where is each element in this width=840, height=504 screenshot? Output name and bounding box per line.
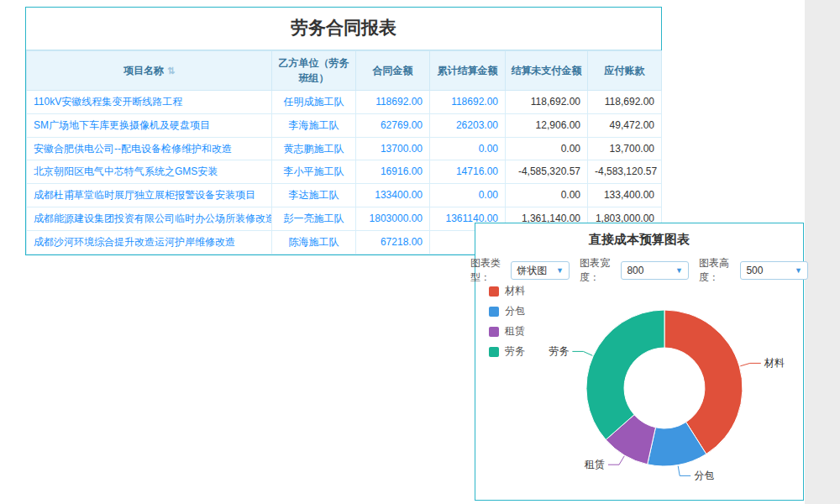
- settled-amount-cell: 0.00: [430, 184, 506, 207]
- payable-amount-cell: 49,472.00: [588, 113, 662, 137]
- team-cell[interactable]: 陈海施工队: [272, 230, 356, 254]
- payable-amount-cell: 118,692.00: [588, 91, 662, 114]
- settled-amount-cell: 118692.00: [430, 91, 506, 114]
- table-row: 成都杜甫草堂临时展厅独立展柜报警设备安装项目李达施工队133400.000.00…: [27, 184, 662, 207]
- slice-label-租赁: 租赁: [584, 459, 605, 470]
- project-name-cell[interactable]: 成都沙河环境综合提升改造运河护岸维修改造: [27, 230, 272, 254]
- column-header-contract-amount: 合同金额: [356, 51, 430, 91]
- column-header-team: 乙方单位（劳务班组）: [272, 51, 356, 91]
- unpaid-amount-cell: 0.00: [506, 184, 588, 207]
- contract-amount-cell: 1803000.00: [356, 207, 430, 230]
- team-cell[interactable]: 李小平施工队: [272, 160, 356, 184]
- project-name-cell[interactable]: 安徽合肥供电公司--配电设备检修维护和改造: [27, 137, 272, 160]
- project-name-cell[interactable]: 110kV安徽线程集变开断线路工程: [27, 91, 272, 114]
- payable-amount-cell: -4,583,120.57: [588, 160, 662, 184]
- project-name-cell[interactable]: 成都杜甫草堂临时展厅独立展柜报警设备安装项目: [27, 184, 272, 207]
- settled-amount-cell: 0.00: [430, 137, 506, 160]
- donut-chart: 材料分包租赁劳务: [475, 270, 803, 499]
- slice-label-劳务: 劳务: [549, 345, 569, 357]
- contract-amount-cell: 118692.00: [356, 91, 430, 114]
- settled-amount-cell: 14716.00: [430, 160, 506, 184]
- table-row: SM广场地下车库更换摄像机及硬盘项目李海施工队62769.0026203.001…: [27, 113, 662, 137]
- team-cell[interactable]: 任明成施工队: [272, 91, 356, 114]
- unpaid-amount-cell: -4,585,320.57: [506, 160, 588, 184]
- labor-contract-report: 劳务合同报表 项目名称⇅ 乙方单位（劳务班组） 合同金额 累计结算金额 结算未支…: [25, 7, 662, 255]
- team-cell[interactable]: 李海施工队: [272, 113, 356, 137]
- slice-label-材料: 材料: [764, 357, 785, 369]
- header-row: 项目名称⇅ 乙方单位（劳务班组） 合同金额 累计结算金额 结算未支付金额 应付账…: [27, 51, 662, 91]
- table-row: 安徽合肥供电公司--配电设备检修维护和改造黄志鹏施工队13700.000.000…: [27, 137, 662, 160]
- contract-amount-cell: 67218.00: [356, 230, 430, 254]
- unpaid-amount-cell: 0.00: [506, 137, 588, 160]
- report-title: 劳务合同报表: [26, 8, 661, 50]
- slice-leader-line: [608, 456, 624, 465]
- settled-amount-cell: 26203.00: [430, 113, 506, 137]
- slice-leader-line: [572, 351, 592, 355]
- direct-cost-chart-panel: 直接成本预算图表 图表类型： 饼状图 ▼ 图表宽度： 800 ▼ 图表高度： 5…: [475, 223, 804, 501]
- contract-amount-cell: 62769.00: [356, 113, 430, 137]
- project-name-cell[interactable]: SM广场地下车库更换摄像机及硬盘项目: [27, 113, 272, 137]
- payable-amount-cell: 13,700.00: [588, 137, 662, 160]
- table-row: 110kV安徽线程集变开断线路工程任明成施工队118692.00118692.0…: [27, 91, 662, 114]
- project-name-cell[interactable]: 北京朝阳区电气中芯特气系统之GMS安装: [27, 160, 272, 184]
- column-header-project[interactable]: 项目名称⇅: [27, 51, 272, 91]
- column-header-label: 项目名称: [123, 65, 164, 76]
- contract-amount-cell: 16916.00: [356, 160, 430, 184]
- team-cell[interactable]: 李达施工队: [272, 184, 356, 207]
- column-header-settled-amount: 累计结算金额: [430, 51, 506, 91]
- team-cell[interactable]: 黄志鹏施工队: [272, 137, 356, 160]
- unpaid-amount-cell: 12,906.00: [506, 113, 588, 137]
- contract-amount-cell: 133400.00: [356, 184, 430, 207]
- pie-slice-劳务[interactable]: [586, 310, 664, 440]
- column-header-payable: 应付账款: [588, 51, 662, 91]
- project-name-cell[interactable]: 成都能源建设集团投资有限公司临时办公场所装修改造工程EPC: [27, 207, 272, 230]
- slice-leader-line: [740, 363, 761, 365]
- payable-amount-cell: 133,400.00: [588, 184, 662, 207]
- unpaid-amount-cell: 118,692.00: [506, 91, 588, 114]
- chart-panel-title: 直接成本预算图表: [475, 223, 803, 253]
- team-cell[interactable]: 彭一亮施工队: [272, 207, 356, 230]
- slice-leader-line: [678, 466, 690, 476]
- slice-label-分包: 分包: [694, 470, 714, 481]
- contract-amount-cell: 13700.00: [356, 137, 430, 160]
- table-row: 北京朝阳区电气中芯特气系统之GMS安装李小平施工队16916.0014716.0…: [27, 160, 662, 184]
- page-right-gutter: [805, 0, 840, 504]
- column-header-unpaid-amount: 结算未支付金额: [506, 51, 588, 91]
- sort-icon[interactable]: ⇅: [167, 66, 175, 76]
